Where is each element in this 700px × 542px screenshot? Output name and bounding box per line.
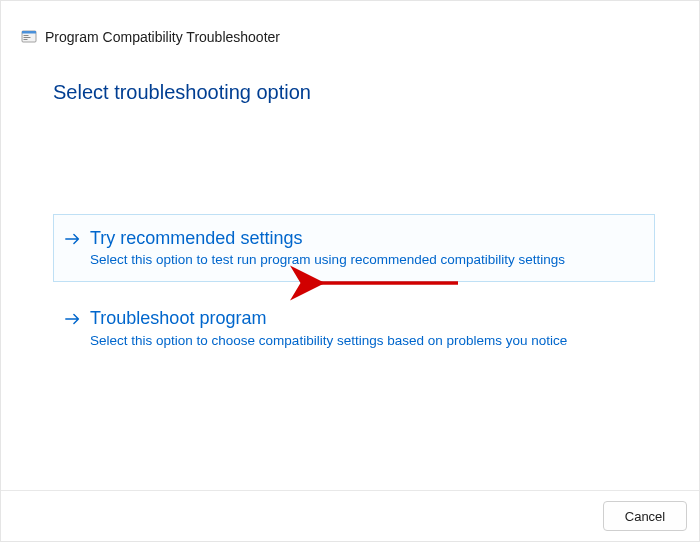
- svg-rect-3: [24, 37, 31, 38]
- option-troubleshoot-program[interactable]: Troubleshoot program Select this option …: [53, 294, 655, 362]
- option-description: Select this option to choose compatibili…: [90, 333, 567, 348]
- window-title: Program Compatibility Troubleshooter: [45, 29, 280, 45]
- cancel-button[interactable]: Cancel: [603, 501, 687, 531]
- svg-rect-4: [24, 39, 28, 40]
- svg-rect-1: [22, 31, 36, 34]
- arrow-right-icon: [64, 230, 82, 252]
- option-try-recommended[interactable]: Try recommended settings Select this opt…: [53, 214, 655, 282]
- wizard-icon: [21, 29, 37, 45]
- close-button[interactable]: [657, 11, 687, 41]
- arrow-right-icon: [64, 310, 82, 332]
- option-title: Try recommended settings: [90, 227, 565, 250]
- option-title: Troubleshoot program: [90, 307, 567, 330]
- option-description: Select this option to test run program u…: [90, 252, 565, 267]
- page-heading: Select troubleshooting option: [1, 55, 699, 104]
- header: Program Compatibility Troubleshooter: [1, 1, 699, 55]
- footer: Cancel: [1, 490, 699, 541]
- svg-rect-2: [24, 35, 29, 36]
